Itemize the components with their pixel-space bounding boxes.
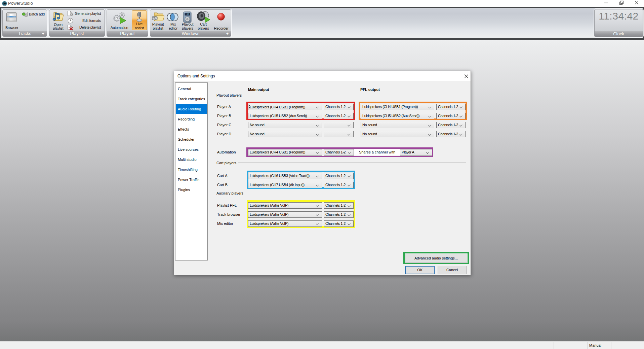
svg-text:191: 191	[186, 13, 189, 15]
